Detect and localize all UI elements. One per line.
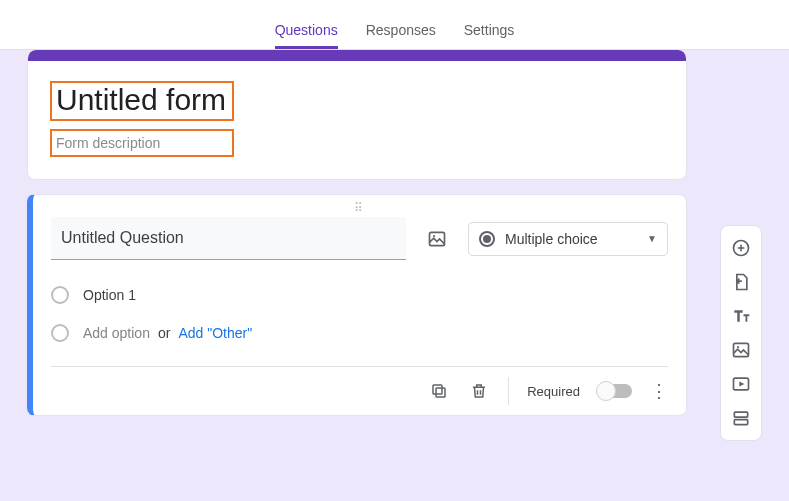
svg-point-1 [433, 235, 435, 237]
drag-handle-icon[interactable]: ⠿ [51, 195, 668, 217]
add-option-row: Add option or Add "Other" [51, 318, 668, 356]
form-description-input[interactable]: Form description [52, 131, 232, 155]
svg-point-6 [737, 346, 739, 348]
question-type-label: Multiple choice [505, 231, 637, 247]
svg-rect-3 [433, 385, 442, 394]
tab-responses[interactable]: Responses [366, 22, 436, 49]
more-options-button[interactable]: ⋮ [650, 380, 668, 402]
question-type-dropdown[interactable]: Multiple choice ▼ [468, 222, 668, 256]
option-row: Option 1 [51, 280, 668, 318]
required-label: Required [527, 384, 580, 399]
question-title-input[interactable] [51, 217, 406, 260]
chevron-down-icon: ▼ [647, 233, 657, 244]
add-title-button[interactable] [729, 304, 753, 328]
highlight-box-description: Form description [50, 129, 234, 157]
divider [508, 377, 509, 405]
import-questions-button[interactable] [729, 270, 753, 294]
radio-icon [51, 324, 69, 342]
add-video-button[interactable] [729, 372, 753, 396]
radio-icon [51, 286, 69, 304]
add-other-button[interactable]: Add "Other" [178, 325, 252, 341]
add-image-to-question-button[interactable] [424, 226, 450, 252]
floating-toolbar [720, 225, 762, 441]
duplicate-button[interactable] [428, 380, 450, 402]
svg-rect-8 [734, 412, 747, 417]
svg-rect-9 [734, 420, 747, 425]
tab-bar: Questions Responses Settings [0, 0, 789, 50]
highlight-box-title: Untitled form [50, 81, 234, 121]
multiple-choice-icon [479, 231, 495, 247]
form-canvas: Untitled form Form description ⠿ Mu [0, 50, 789, 501]
form-title-input[interactable]: Untitled form [52, 83, 232, 119]
tab-settings[interactable]: Settings [464, 22, 515, 49]
add-question-button[interactable] [729, 236, 753, 260]
delete-button[interactable] [468, 380, 490, 402]
option-1-input[interactable]: Option 1 [83, 287, 136, 303]
required-toggle[interactable] [598, 384, 632, 398]
add-option-button[interactable]: Add option [83, 325, 150, 341]
question-card: ⠿ Multiple choice ▼ Option 1 [27, 194, 687, 416]
form-header-card: Untitled form Form description [27, 50, 687, 180]
tab-questions[interactable]: Questions [275, 22, 338, 49]
svg-rect-2 [436, 388, 445, 397]
add-section-button[interactable] [729, 406, 753, 430]
add-image-button[interactable] [729, 338, 753, 362]
or-text: or [158, 325, 170, 341]
